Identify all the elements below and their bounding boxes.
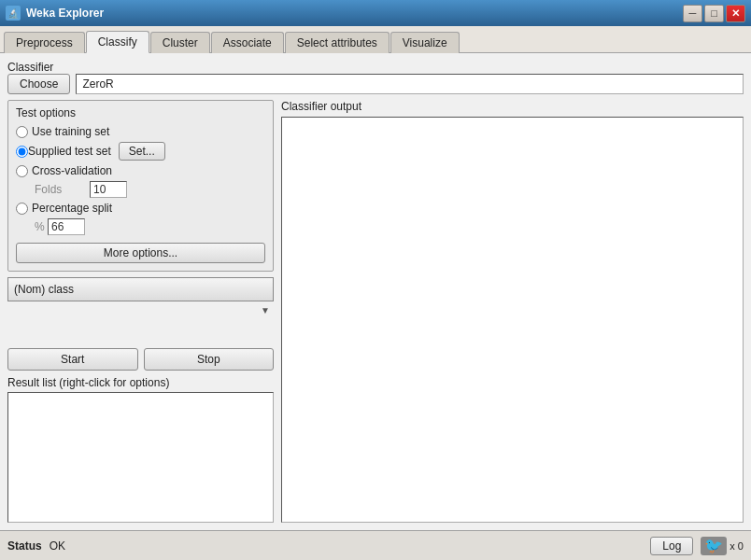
folds-label: Folds <box>35 183 86 196</box>
tab-classify[interactable]: Classify <box>86 31 149 53</box>
folds-input[interactable] <box>90 181 127 198</box>
percentage-split-label[interactable]: Percentage split <box>32 202 112 215</box>
tab-associate[interactable]: Associate <box>211 32 284 53</box>
window-title: Weka Explorer <box>26 7 683 20</box>
status-value: OK <box>50 539 644 553</box>
use-training-set-label[interactable]: Use training set <box>32 125 109 138</box>
log-button[interactable]: Log <box>650 537 693 555</box>
main-content: Classifier Choose ZeroR Test options Use… <box>0 53 751 530</box>
bird-count: x 0 <box>730 540 744 552</box>
bird-count-display: 🐦 x 0 <box>701 537 744 555</box>
bird-icon: 🐦 <box>701 537 727 555</box>
app-icon: 🔬 <box>6 6 21 21</box>
percent-row: % <box>16 218 265 235</box>
result-list-section: Result list (right-click for options) <box>7 376 274 523</box>
use-training-set-row: Use training set <box>16 125 265 138</box>
tab-visualize[interactable]: Visualize <box>390 32 460 53</box>
main-split: Test options Use training set Supplied t… <box>7 100 744 523</box>
title-bar: 🔬 Weka Explorer ─ □ ✕ <box>0 0 751 26</box>
test-options-group: Test options Use training set Supplied t… <box>7 100 274 272</box>
close-button[interactable]: ✕ <box>726 5 745 22</box>
percent-symbol: % <box>35 220 44 233</box>
percentage-split-radio[interactable] <box>16 203 28 215</box>
supplied-test-set-label[interactable]: Supplied test set <box>28 145 111 158</box>
classifier-label: Classifier <box>7 61 744 74</box>
cross-validation-section: Cross-validation Folds <box>16 164 265 198</box>
percentage-split-section: Percentage split % <box>16 202 265 235</box>
result-list-box[interactable] <box>7 392 274 523</box>
classifier-output-label: Classifier output <box>281 100 744 113</box>
start-stop-row: Start Stop <box>7 348 274 371</box>
cross-validation-row: Cross-validation <box>16 164 265 177</box>
classifier-name: ZeroR <box>76 74 744 94</box>
classifier-row: Choose ZeroR <box>7 74 744 94</box>
percentage-split-row: Percentage split <box>16 202 265 215</box>
cross-validation-label[interactable]: Cross-validation <box>32 164 112 177</box>
use-training-set-radio[interactable] <box>16 126 28 138</box>
folds-row: Folds <box>16 181 265 198</box>
stop-button[interactable]: Stop <box>144 348 275 371</box>
classifier-section: Classifier Choose ZeroR <box>7 61 744 94</box>
status-bar: Status OK Log 🐦 x 0 <box>0 530 751 560</box>
result-list-label: Result list (right-click for options) <box>7 376 274 389</box>
supplied-test-set-row: Supplied test set Set... <box>16 142 265 161</box>
chevron-down-icon: ▼ <box>261 305 270 315</box>
left-panel: Test options Use training set Supplied t… <box>7 100 274 523</box>
right-panel: Classifier output <box>281 100 744 523</box>
class-select[interactable]: (Nom) class <box>7 277 274 301</box>
tab-preprocess[interactable]: Preprocess <box>4 32 85 53</box>
choose-button[interactable]: Choose <box>7 74 70 94</box>
set-button[interactable]: Set... <box>119 142 165 161</box>
classifier-output-box[interactable] <box>281 117 744 523</box>
cross-validation-radio[interactable] <box>16 165 28 177</box>
more-options-button[interactable]: More options... <box>16 243 265 263</box>
maximize-button[interactable]: □ <box>704 5 724 22</box>
supplied-test-set-radio[interactable] <box>16 146 28 158</box>
status-label: Status <box>7 539 42 553</box>
percent-input[interactable] <box>48 218 85 235</box>
tab-bar: Preprocess Classify Cluster Associate Se… <box>0 26 751 53</box>
window-body: Preprocess Classify Cluster Associate Se… <box>0 26 751 560</box>
class-selector[interactable]: (Nom) class ▼ <box>7 277 274 343</box>
start-button[interactable]: Start <box>7 348 138 371</box>
window-controls: ─ □ ✕ <box>683 5 745 22</box>
test-options-label: Test options <box>16 106 265 119</box>
tab-cluster[interactable]: Cluster <box>150 32 210 53</box>
tab-select-attributes[interactable]: Select attributes <box>285 32 390 53</box>
minimize-button[interactable]: ─ <box>683 5 702 22</box>
